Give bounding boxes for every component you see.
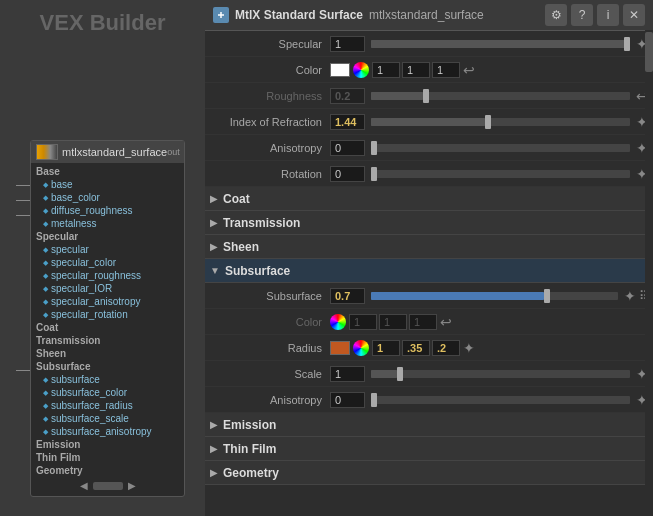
scrollbar-thumb[interactable] (645, 32, 653, 72)
ior-value[interactable]: 1.44 (330, 114, 365, 130)
vex-builder-title: VEX Builder (0, 0, 205, 41)
thin-film-section[interactable]: ▶ Thin Film (205, 437, 653, 461)
item-specular-color[interactable]: specular_color (31, 256, 184, 269)
item-diffuse-roughness[interactable]: diffuse_roughness (31, 204, 184, 217)
question-button[interactable]: ? (571, 4, 593, 26)
specular-slider[interactable] (371, 40, 630, 48)
sheen-title: Sheen (223, 240, 259, 254)
color-g[interactable]: 1 (402, 62, 430, 78)
rotation-thumb[interactable] (371, 167, 377, 181)
item-specular-ior[interactable]: specular_IOR (31, 282, 184, 295)
scale-slider[interactable] (371, 370, 630, 378)
item-subsurface-scale[interactable]: subsurface_scale (31, 412, 184, 425)
section-transmission: Transmission (31, 334, 184, 347)
radius-b[interactable]: .2 (432, 340, 460, 356)
transmission-section[interactable]: ▶ Transmission (205, 211, 653, 235)
emission-section[interactable]: ▶ Emission (205, 413, 653, 437)
ss-anisotropy-thumb[interactable] (371, 393, 377, 407)
node-icon (36, 144, 58, 160)
subsurface-star[interactable]: ✦ (624, 288, 636, 304)
scale-value[interactable]: 1 (330, 366, 365, 382)
roughness-thumb[interactable] (423, 89, 429, 103)
item-metalness[interactable]: metalness (31, 217, 184, 230)
anisotropy-value[interactable]: 0 (330, 140, 365, 156)
header-icons: ⚙ ? i ✕ (545, 4, 645, 26)
section-sheen: Sheen (31, 347, 184, 360)
subsurface-color-wheel[interactable] (330, 314, 346, 330)
panel-title: MtlX Standard Surface (235, 8, 363, 22)
subsurface-color-b[interactable]: 1 (409, 314, 437, 330)
panel-body[interactable]: Specular 1 ✦ Color 1 1 1 ↩ (205, 31, 653, 516)
item-subsurface-anisotropy[interactable]: subsurface_anisotropy (31, 425, 184, 438)
item-subsurface-color[interactable]: subsurface_color (31, 386, 184, 399)
section-specular: Specular (31, 230, 184, 243)
section-subsurface: Subsurface (31, 360, 184, 373)
emission-chevron: ▶ (210, 419, 218, 430)
color-wheel[interactable] (353, 62, 369, 78)
item-base[interactable]: base (31, 178, 184, 191)
radius-color-wheel[interactable] (353, 340, 369, 356)
subsurface-thumb[interactable] (544, 289, 550, 303)
rotation-slider[interactable] (371, 170, 630, 178)
ior-row: Index of Refraction 1.44 ✦ (205, 109, 653, 135)
coat-title: Coat (223, 192, 250, 206)
scale-row: Scale 1 ✦ (205, 361, 653, 387)
scroll-right-arrow[interactable]: ▶ (128, 480, 136, 491)
scroll-left-arrow[interactable]: ◀ (80, 480, 88, 491)
ior-thumb[interactable] (485, 115, 491, 129)
scale-thumb[interactable] (397, 367, 403, 381)
color-value-area: 1 1 1 ↩ (330, 62, 648, 78)
item-specular[interactable]: specular (31, 243, 184, 256)
close-button[interactable]: ✕ (623, 4, 645, 26)
subsurface-section[interactable]: ▼ Subsurface (205, 259, 653, 283)
subsurface-color-r[interactable]: 1 (349, 314, 377, 330)
radius-g[interactable]: .35 (402, 340, 430, 356)
section-geometry: Geometry (31, 464, 184, 477)
subsurface-slider[interactable] (371, 292, 618, 300)
color-swatch[interactable] (330, 63, 350, 77)
panel-node-id: mtlxstandard_surface (369, 8, 484, 22)
anisotropy-thumb[interactable] (371, 141, 377, 155)
coat-section[interactable]: ▶ Coat (205, 187, 653, 211)
item-subsurface[interactable]: subsurface (31, 373, 184, 386)
panel-header: MtlX Standard Surface mtlxstandard_surfa… (205, 0, 653, 31)
subsurface-value[interactable]: 0.7 (330, 288, 365, 304)
color-b[interactable]: 1 (432, 62, 460, 78)
info-button[interactable]: i (597, 4, 619, 26)
item-subsurface-radius[interactable]: subsurface_radius (31, 399, 184, 412)
specular-value[interactable]: 1 (330, 36, 365, 52)
radius-r[interactable]: 1 (372, 340, 400, 356)
geometry-section[interactable]: ▶ Geometry (205, 461, 653, 485)
color-star[interactable]: ↩ (463, 62, 475, 78)
color-r[interactable]: 1 (372, 62, 400, 78)
rotation-value[interactable]: 0 (330, 166, 365, 182)
roughness-label: Roughness (210, 90, 330, 102)
specular-thumb[interactable] (624, 37, 630, 51)
ior-slider[interactable] (371, 118, 630, 126)
sheen-section[interactable]: ▶ Sheen (205, 235, 653, 259)
item-base-color[interactable]: base_color (31, 191, 184, 204)
scrollbar-track (645, 31, 653, 516)
scroll-controls: ◀ ▶ (31, 477, 184, 494)
anisotropy-slider[interactable] (371, 144, 630, 152)
gear-button[interactable]: ⚙ (545, 4, 567, 26)
thin-film-chevron: ▶ (210, 443, 218, 454)
ss-anisotropy-value[interactable]: 0 (330, 392, 365, 408)
radius-label: Radius (210, 342, 330, 354)
coat-chevron: ▶ (210, 193, 218, 204)
item-specular-roughness[interactable]: specular_roughness (31, 269, 184, 282)
subsurface-color-star[interactable]: ↩ (440, 314, 452, 330)
ss-anisotropy-value-area: 0 ✦ (330, 392, 648, 408)
roughness-slider[interactable] (371, 92, 630, 100)
radius-star[interactable]: ✦ (463, 340, 475, 356)
section-base: Base (31, 165, 184, 178)
roughness-fill (371, 92, 423, 100)
radius-value-area: 1 .35 .2 ✦ (330, 340, 648, 356)
item-specular-rotation[interactable]: specular_rotation (31, 308, 184, 321)
emission-title: Emission (223, 418, 276, 432)
subsurface-color-g[interactable]: 1 (379, 314, 407, 330)
roughness-value[interactable]: 0.2 (330, 88, 365, 104)
ss-anisotropy-slider[interactable] (371, 396, 630, 404)
radius-swatch[interactable] (330, 341, 350, 355)
item-specular-anisotropy[interactable]: specular_anisotropy (31, 295, 184, 308)
